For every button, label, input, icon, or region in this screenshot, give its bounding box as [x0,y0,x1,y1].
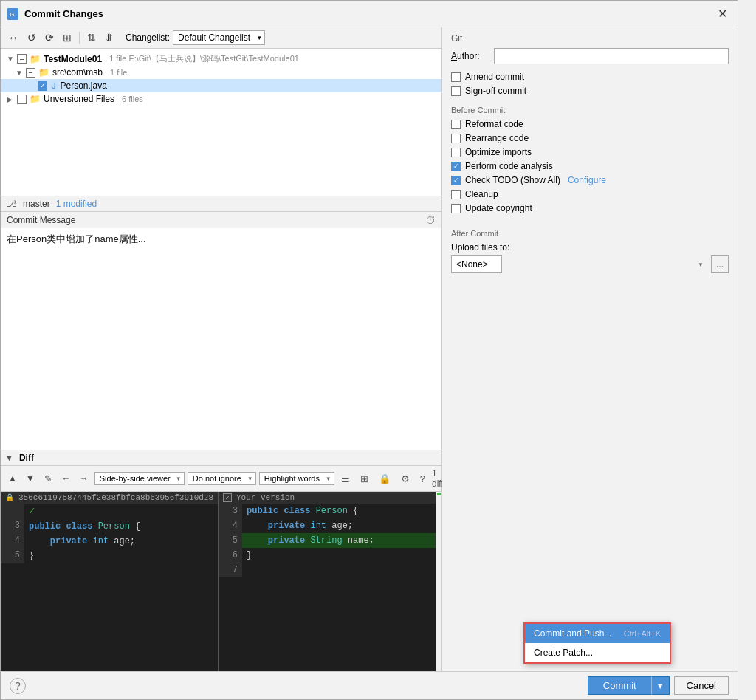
upload-select-row: <None> ... [451,255,729,273]
commit-and-push-item[interactable]: Commit and Push... Ctrl+Alt+K [525,624,670,643]
viewer-select[interactable]: Side-by-side viewer [94,472,185,485]
item-meta: 1 file E:\Git\【马士兵说】\源码\TestGit\TestModu… [109,53,299,64]
create-patch-item[interactable]: Create Patch... [525,643,670,662]
commit-dropdown-arrow[interactable]: ▼ [651,676,670,695]
upload-more-btn[interactable]: ... [711,255,729,273]
checkbox-person[interactable]: ✓ [38,81,47,91]
refresh-btn[interactable]: ⟳ [42,30,57,45]
help-diff-icon[interactable]: ? [416,471,429,487]
prev-diff-btn[interactable]: ▲ [5,473,20,484]
signoff-commit-label[interactable]: Sign-off commit [465,86,526,96]
left-code: 3 4 5 ✓ public class Person { private in… [1,504,218,563]
gear-icon[interactable]: ⚙ [397,471,413,487]
diff-version-bar: ✓ Your version [219,492,436,504]
optimize-imports-checkbox[interactable] [451,148,461,157]
ignore-select-wrapper: Do not ignore [188,472,256,485]
reformat-code-checkbox[interactable] [451,120,461,129]
highlight-select[interactable]: Highlight words [259,472,334,485]
viewer-select-wrapper: Side-by-side viewer [94,472,185,485]
list-item[interactable]: ▶ 📁 Unversioned Files 6 files [1,92,441,106]
back-btn[interactable]: ← [59,473,74,484]
collapse-all-btn[interactable]: ⥯ [102,30,117,45]
optimize-imports-label[interactable]: Optimize imports [465,147,532,157]
check-todo-checkbox[interactable]: ✓ [451,176,461,185]
item-name: Person.java [61,80,107,91]
settings1-icon[interactable]: ⚌ [337,471,354,487]
next-diff-btn[interactable]: ▼ [23,473,38,484]
amend-commit-label[interactable]: Amend commit [465,72,524,82]
forward-btn[interactable]: → [77,473,92,484]
move-to-changelist-btn[interactable]: ↔ [5,30,21,45]
perform-analysis-label[interactable]: Perform code analysis [465,161,553,171]
diff-toolbar: ▲ ▼ ✎ ← → Side-by-side viewer Do not ign… [1,466,441,492]
commit-and-push-shortcut: Ctrl+Alt+K [624,629,661,638]
rearrange-code-label[interactable]: Rearrange code [465,133,529,143]
code-line: private int age; [242,518,436,533]
checkbox-unversioned[interactable] [17,95,27,104]
checkbox-src[interactable]: – [26,68,35,78]
list-item[interactable]: ▼ – 📁 src\com\msb 1 file [1,66,441,79]
list-item[interactable]: ✓ J Person.java [1,79,441,92]
cleanup-row: Cleanup [451,189,729,199]
check-todo-label[interactable]: Check TODO (Show All) [465,175,560,185]
update-copyright-row: Update copyright [451,203,729,213]
version-checkbox[interactable]: ✓ [223,493,232,502]
author-input[interactable] [494,48,729,64]
commit-message-input[interactable]: 在Person类中增加了name属性... [1,228,441,450]
expand-icon: ▼ [7,55,14,63]
reformat-code-row: Reformat code [451,119,729,129]
close-button[interactable]: ✕ [713,5,732,22]
perform-analysis-checkbox[interactable]: ✓ [451,162,461,171]
history-icon: ⏱ [425,214,436,226]
list-item[interactable]: ▼ – 📁 TestModule01 1 file E:\Git\【马士兵说】\… [1,52,441,66]
commit-and-push-label: Commit and Push... [534,628,611,639]
expand-icon: ▶ [7,95,14,103]
item-name: src\com\msb [52,67,103,78]
commit-button-group: Commit ▼ [588,676,670,695]
your-version-label: Your version [236,493,295,502]
columns-icon[interactable]: ⊞ [357,471,372,487]
ignore-select[interactable]: Do not ignore [188,472,256,485]
cleanup-label[interactable]: Cleanup [465,189,498,199]
upload-files-label: Upload files to: [451,242,729,253]
cleanup-checkbox[interactable] [451,190,461,199]
signoff-commit-checkbox[interactable] [451,86,461,96]
help-button[interactable]: ? [10,678,26,694]
update-copyright-label[interactable]: Update copyright [465,203,532,213]
branch-name: master [23,199,50,209]
diff-title: Diff [19,453,34,463]
upload-files-select[interactable]: <None> [451,255,502,273]
diff-content: 🔒 356c61197587445f2e38fbfca8b63956f3910d… [1,492,441,671]
green-tick-line: ✓ [24,504,218,519]
rearrange-code-checkbox[interactable] [451,134,461,143]
code-line: private int age; [24,534,218,549]
configure-link[interactable]: Configure [568,175,606,185]
update-copyright-checkbox[interactable] [451,204,461,213]
folder-icon: 📁 [30,94,41,104]
right-code-content: public class Person { private int age; p… [242,504,436,577]
changelist-select[interactable]: Default Changelist [173,30,265,45]
author-label: Author: [451,51,488,61]
cancel-button[interactable]: Cancel [674,676,729,695]
expand-icon: ▼ [16,69,23,77]
diff-section: ▼ Diff ▲ ▼ ✎ ← → Side-by-side viewer [1,450,441,671]
folder-icon: 📁 [38,67,49,78]
commit-message-section: Commit Message ⏱ 在Person类中增加了name属性... [1,212,441,450]
amend-commit-checkbox[interactable] [451,72,461,82]
item-name: TestModule01 [44,54,102,64]
expand-all-btn[interactable]: ⇅ [84,30,99,45]
diff-layout-btn[interactable]: ⊞ [60,30,75,45]
title-bar: G Commit Changes ✕ [1,1,738,27]
check-mark: ✓ [29,505,35,517]
undo-btn[interactable]: ↺ [24,30,39,45]
lock-icon[interactable]: 🔒 [375,471,394,487]
check-todo-row: ✓ Check TODO (Show All) Configure [451,175,729,185]
status-bar: ⎇ master 1 modified [1,196,441,212]
reformat-code-label[interactable]: Reformat code [465,119,523,129]
right-line-numbers: 3 4 5 6 7 [219,504,242,577]
commit-button[interactable]: Commit [588,676,651,695]
perform-analysis-row: ✓ Perform code analysis [451,161,729,171]
checkbox-testmodule[interactable]: – [17,54,27,64]
diff-collapse-icon[interactable]: ▼ [5,453,13,462]
edit-diff-btn[interactable]: ✎ [41,471,56,487]
